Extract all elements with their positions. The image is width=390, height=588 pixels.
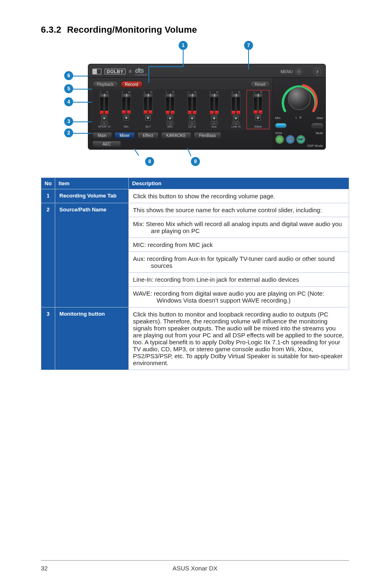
volume-slider[interactable] [100,97,109,114]
callout-1: 1 [179,41,188,50]
app-body: Playback Record Reset LR ◼ ⟲ SPDIF In [88,78,325,149]
callout-line [73,102,92,103]
tab-record[interactable]: Record [121,81,143,88]
svn-label: SVN [275,131,282,135]
channel-label: Mix [124,125,129,128]
menu-button[interactable]: MENU [281,68,303,75]
mute-toggle[interactable]: ◼ [211,115,217,121]
section-heading: 6.3.2Recording/Monitoring Volume [41,25,349,35]
monitor-toggle[interactable]: ⟲ [188,121,196,125]
row-desc: This shows the source name for each volu… [129,203,349,217]
mute-master-toggle[interactable] [312,123,323,128]
registered-mark: ® [129,70,132,74]
channel-linein: LR ◼ ⟲ Line In [226,91,247,128]
row-no: 1 [41,189,55,203]
row-no: 3 [41,307,55,370]
row-item: Recording Volume Tab [55,189,129,203]
app-screenshot: 1 7 6 5 4 3 2 8 9 DOLBY ® dts Connect [64,41,326,168]
info-icon: i [317,69,318,74]
callout-8: 8 [145,157,154,166]
volume-slider[interactable] [231,97,240,114]
svn-toggle[interactable] [275,123,287,128]
nav-flexbass[interactable]: FlexBass [194,132,221,139]
callout-9: 9 [191,157,200,166]
dolby-icon [92,69,101,74]
volume-slider[interactable] [166,97,175,114]
channel-strip: LR ◼ ⟲ SPDIF In LR ◼ [92,89,270,130]
channel-label: CD In [188,125,196,128]
volume-slider[interactable] [122,97,131,114]
product-name: ASUS Xonar DX [74,565,316,572]
dsp-hifi-button[interactable]: HF [296,135,305,144]
nav-main[interactable]: Main [92,132,112,139]
nav-mixer[interactable]: Mixer [114,132,135,139]
row-desc: Aux: recording from Aux-In for typically… [133,255,345,269]
mute-toggle[interactable]: ◼ [101,115,107,121]
pan-slider[interactable] [253,94,263,97]
pan-slider[interactable] [99,94,110,97]
pan-slider[interactable] [231,94,241,97]
pan-slider[interactable] [187,94,197,97]
description-table: No Item Description 1 Recording Volume T… [41,177,349,370]
nav-karaoke[interactable]: KARAOKE [161,132,191,139]
reset-button[interactable]: Reset [250,81,270,88]
pan-slider[interactable] [143,94,153,97]
row-item: Source/Path Name [55,203,129,307]
pan-slider[interactable] [209,94,220,97]
callout-line [134,148,139,156]
callout-6: 6 [64,71,73,80]
volume-slider[interactable] [143,97,152,114]
mute-toggle[interactable]: ◼ [255,115,261,121]
row-desc: Click this button to show the recording … [129,189,349,203]
table-row: 2 Source/Path Name This shows the source… [41,203,349,217]
mute-toggle[interactable]: ◼ [233,115,239,121]
channel-label: MIC [167,125,173,128]
table-row: 3 Monitoring button Click this button to… [41,307,349,370]
monitor-toggle[interactable]: ⟲ [101,121,108,125]
about-button[interactable]: i [313,67,321,76]
tab-playback[interactable]: Playback [92,81,118,88]
menu-icon [295,68,303,75]
volume-slider[interactable] [188,97,197,114]
channel-mix: LR ◼ Mix [116,91,137,128]
monitor-toggle[interactable]: ⟲ [211,121,218,125]
page-footer: 32 ASUS Xonar DX [41,560,349,572]
channel-label: ALT [146,125,151,128]
dts-logo: dts Connect [135,67,147,76]
th-desc: Description [129,178,349,189]
dolby-logo-text: DOLBY [105,69,126,74]
mute-label: Mute [316,131,323,135]
row-desc: Click this button to monitor and loopbac… [129,307,349,370]
volume-slider[interactable] [253,97,262,114]
mute-toggle[interactable]: ◼ [189,115,195,121]
callout-5: 5 [64,84,73,93]
dsp-game-button[interactable]: 🎮 [286,135,295,144]
dsp-music-button[interactable]: ♪ [275,135,284,144]
channel-aux: LR ◼ ⟲ Aux [204,91,225,128]
th-item: Item [55,178,129,189]
mute-toggle[interactable]: ◼ [123,115,129,121]
channel-wave: LR ◼ Wave [247,91,269,128]
pan-slider[interactable] [165,94,175,97]
callout-line [73,76,88,76]
channel-label: Line In [231,125,241,128]
master-panel: Min L R Max SVN Mute ♪ [272,78,325,149]
row-desc: Line-In: recording from Line-in jack for… [129,273,349,287]
monitor-toggle[interactable]: ⟲ [166,121,174,125]
master-volume-knob[interactable] [279,80,320,117]
mute-toggle[interactable]: ◼ [145,115,151,121]
channel-spdif: LR ◼ ⟲ SPDIF In [94,91,115,128]
pan-slider[interactable] [121,94,132,97]
row-desc: MIC: recording from MIC jack [129,238,349,252]
callout-2: 2 [64,128,73,137]
monitor-toggle[interactable]: ⟲ [232,121,240,125]
mute-toggle[interactable]: ◼ [167,115,173,121]
menu-label: MENU [281,70,293,74]
mixer-area: Playback Record Reset LR ◼ ⟲ SPDIF In [88,78,272,149]
volume-slider[interactable] [210,97,219,114]
dsp-mode-label: DSP Mode [275,144,323,148]
callout-line [73,133,92,134]
knob-icon [288,87,311,110]
aec-button[interactable]: AEC [92,141,121,148]
nav-effect[interactable]: Effect [137,132,158,139]
